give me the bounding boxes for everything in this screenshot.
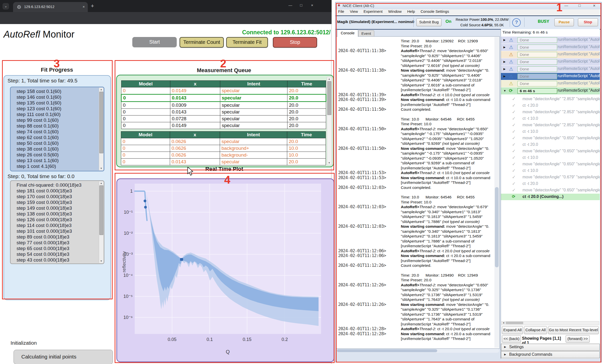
queue-command-row[interactable]: ✓ct -t 10.0: [501, 129, 600, 135]
measurement-queue-table-1[interactable]: ModelxIntentTime00.0149specular20.000.01…: [121, 80, 326, 129]
tab-event[interactable]: Event: [358, 30, 374, 37]
queue-row[interactable]: 00.0626background-10.0: [121, 152, 326, 159]
fit-step-item[interactable]: step 181 cost 0.000(18)e3: [11, 188, 104, 194]
menu-file[interactable]: File: [338, 9, 344, 14]
console-output[interactable]: Time: 20.0 Monitor: 129092 ROI: 12909 Ti…: [336, 36, 500, 349]
fit-step-item[interactable]: step 54 cost 0.000(18)e3: [11, 251, 104, 257]
queue-row[interactable]: 00.0149specular20.0: [121, 122, 326, 129]
fit-step-item[interactable]: step 138 cost 0.000(18)e3: [11, 211, 104, 217]
stop-button[interactable]: Stop: [273, 37, 317, 48]
help-icon[interactable]: ?: [512, 18, 521, 27]
nice-maximize-button[interactable]: □: [578, 3, 581, 8]
background-commands-section[interactable]: ▶Background Commands: [501, 351, 600, 358]
browser-close-button[interactable]: ×: [311, 3, 313, 7]
queue-script-row[interactable]: ▶⚠DonerunRemoteScript "AutoRefl": [501, 66, 600, 73]
fit-step-item[interactable]: step 88 cost 0.1(60): [11, 123, 104, 129]
queue-script-row[interactable]: ▶⚠DonerunRemoteScript "AutoRefl": [501, 44, 600, 51]
expand-arrow-icon[interactable]: ▶: [503, 60, 505, 63]
fit-step-item[interactable]: step 149 cost 0.000(18)e3: [11, 205, 104, 211]
tab-close-icon[interactable]: ×: [83, 5, 85, 9]
expand-all-button[interactable]: Expand All: [502, 326, 523, 334]
queue-command-row[interactable]: ✓ct -t 10.0: [501, 168, 600, 174]
paging-back-button[interactable]: << (back): [502, 335, 521, 343]
queue-command-row[interactable]: ✓move "detectorAngle" "0.679" "sampleAng…: [501, 174, 600, 181]
fit-list1-scrollbar[interactable]: ▲ ▼: [99, 88, 103, 170]
queue-row[interactable]: 00.0143specular20.0: [121, 94, 326, 102]
start-button[interactable]: Start: [132, 37, 177, 47]
queue-command-row[interactable]: ✓ct -t 10.0: [501, 155, 600, 161]
menu-view[interactable]: View: [350, 9, 358, 14]
console-horizontal-scrollbar[interactable]: [336, 349, 499, 353]
queue-row[interactable]: 00.0149specular20.0: [121, 87, 326, 94]
queue-command-row[interactable]: ✓move "detectorAngle" "2.853" "sampleAng…: [501, 122, 600, 129]
measurement-queue-table-2[interactable]: ModelxIntentTime00.0626specular20.000.06…: [121, 131, 326, 165]
menu-console-settings[interactable]: Console Settings: [421, 9, 449, 14]
queue-command-row[interactable]: ✓ct -t 20.0: [501, 142, 600, 148]
terminate-fit-button[interactable]: Terminate Fit: [226, 37, 268, 48]
fit-steps-list-0[interactable]: Final chi-squared: 0.000(18)e3step 181 c…: [10, 180, 104, 264]
browser-minimize-button[interactable]: —: [288, 3, 292, 7]
fit-step-item[interactable]: step 123 cost 0.1(60): [11, 106, 104, 111]
fit-step-item[interactable]: step 126 cost 0.000(18)e3: [11, 217, 104, 222]
queue-command-row[interactable]: ✓move "detectorAngle" "2.853" "sampleAng…: [501, 96, 600, 102]
fit-steps-list-1[interactable]: step 158 cost 0.1(60)step 146 cost 0.1(6…: [10, 87, 104, 171]
expand-arrow-icon[interactable]: ▶: [503, 67, 505, 71]
go-to-most-recent-top-level-button[interactable]: Go to Most Recent Top-level: [548, 326, 599, 334]
queue-tree-hscrollbar[interactable]: ◀: [501, 321, 599, 325]
fit-step-item[interactable]: Final chi-squared: 0.000(18)e3: [11, 182, 104, 188]
fit-step-item[interactable]: step 1 cost 4.1(60): [11, 163, 104, 169]
terminate-count-button[interactable]: Terminate Count: [180, 37, 224, 48]
queue-command-row[interactable]: ✓ct -t 10.0: [501, 115, 600, 122]
fit-step-item[interactable]: step 43 cost 0.000(18)e3: [11, 257, 104, 263]
expand-arrow-icon[interactable]: ▶: [503, 38, 505, 42]
nice-close-button[interactable]: ×: [593, 3, 595, 8]
queue-script-row[interactable]: ▶⚠DonerunRemoteScript "AutoRefl": [501, 37, 600, 44]
queue-command-row[interactable]: ✓move "detectorAngle" "0.650" "sampleAng…: [501, 148, 600, 155]
menu-experiment[interactable]: Experiment: [363, 9, 383, 14]
menu-help[interactable]: Help: [407, 9, 415, 14]
fit-step-item[interactable]: step 50 cost 0.1(60): [11, 140, 104, 146]
queue-script-row[interactable]: ▶⚠DonerunRemoteScript "AutoRefl": [501, 73, 600, 80]
calculating-initial-points-button[interactable]: Calculating initial points: [14, 350, 113, 364]
tab-console[interactable]: Console: [337, 30, 358, 37]
queue-command-row[interactable]: ✓ct -t 20.0: [501, 181, 600, 187]
queue-scrollbar[interactable]: ▲ ▼: [327, 77, 332, 165]
queue-command-row[interactable]: ✓move "detectorAngle" "2.853" "sampleAng…: [501, 109, 600, 115]
fit-step-item[interactable]: step 101 cost 0.000(18)e3: [11, 228, 104, 234]
browser-maximize-button[interactable]: □: [300, 3, 302, 7]
queue-row[interactable]: 00.0309specular20.0: [121, 102, 326, 109]
queue-row[interactable]: 00.0143specular20.0: [121, 109, 326, 115]
queue-command-row[interactable]: ✓ct -t 20.0: [501, 102, 600, 109]
expand-arrow-icon[interactable]: ▶: [503, 46, 505, 49]
fit-step-item[interactable]: step 158 cost 0.1(60): [11, 88, 104, 94]
collapse-all-button[interactable]: Collapse All: [524, 326, 547, 334]
fit-step-item[interactable]: step 65 cost 0.000(18)e3: [11, 246, 104, 251]
fit-step-item[interactable]: step 13 cost 1.1(60): [11, 158, 104, 163]
fit-step-item[interactable]: step 77 cost 0.000(18)e3: [11, 240, 104, 246]
fit-step-item[interactable]: step 99 cost 0.1(60): [11, 117, 104, 123]
pause-button[interactable]: Pause: [554, 18, 574, 26]
fit-step-item[interactable]: step 26 cost 0.5(60): [11, 152, 104, 158]
fit-step-item[interactable]: step 146 cost 0.1(60): [11, 94, 104, 100]
tab-search-button[interactable]: ⌄: [3, 3, 9, 10]
fit-list0-scrollbar[interactable]: ▲ ▼: [99, 181, 103, 263]
expand-arrow-icon[interactable]: ▶: [503, 75, 505, 78]
fit-step-item[interactable]: step 114 cost 0.000(18)e3: [11, 222, 104, 228]
queue-script-row[interactable]: ⚠DonerunRemoteScript "AutoRefl": [501, 80, 600, 87]
queue-row[interactable]: 00.0143specular20.0: [121, 159, 326, 165]
queue-script-row[interactable]: ▶⚠DonerunRemoteScript "AutoRefl": [501, 58, 600, 65]
nice-minimize-button[interactable]: —: [564, 3, 568, 8]
fit-step-item[interactable]: step 74 cost 0.1(60): [11, 129, 104, 135]
fit-step-item[interactable]: step 62 cost 0.1(60): [11, 135, 104, 140]
fit-step-item[interactable]: step 159 cost 0.000(18)e3: [11, 199, 104, 205]
settings-section[interactable]: ▶Settings: [501, 344, 600, 351]
fit-step-item[interactable]: step 38 cost 0.1(60): [11, 146, 104, 152]
collapse-arrow-icon[interactable]: ▼: [503, 89, 506, 92]
queue-row[interactable]: 00.0626specular20.0: [121, 138, 326, 145]
queue-row[interactable]: 00.0626background+10.0: [121, 145, 326, 152]
queue-script-row[interactable]: ▼⟳6 m 46 srunRemoteScript "AutoRefl": [501, 87, 600, 94]
queue-command-row[interactable]: ✓move "detectorAngle" "0.650" "sampleAng…: [501, 161, 600, 168]
submit-bug-button[interactable]: Submit Bug: [416, 18, 441, 26]
menu-window[interactable]: Window: [388, 9, 402, 14]
console-vertical-scrollbar[interactable]: [494, 37, 499, 348]
